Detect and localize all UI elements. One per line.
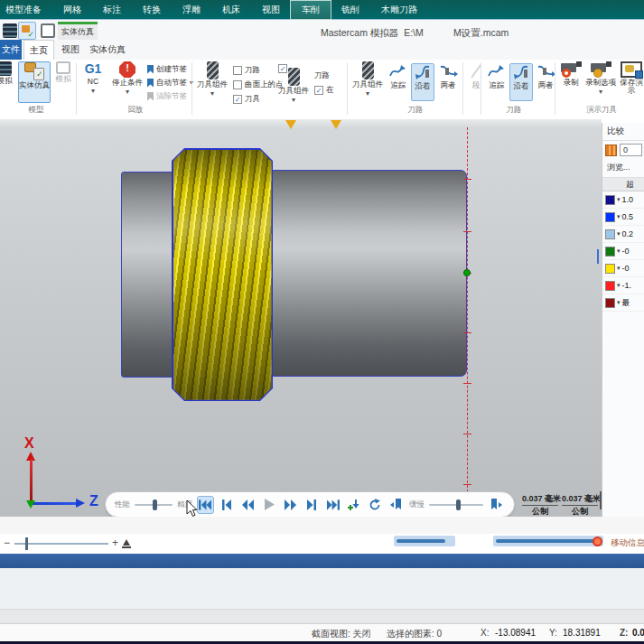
previous-bookmark-button[interactable]: [388, 496, 405, 514]
menu-mesh[interactable]: 网格: [52, 1, 92, 19]
range-end-handle[interactable]: [593, 537, 602, 546]
previous-bookmark-icon: [390, 499, 402, 510]
browse-button[interactable]: 浏览...: [602, 159, 644, 178]
coord-x-value: -13.08941: [495, 628, 536, 638]
step-forward-button[interactable]: [303, 496, 320, 514]
zoom-out-button[interactable]: −: [4, 537, 10, 549]
skip-end-icon: [326, 499, 340, 510]
lower-strip: [0, 610, 644, 623]
g1-icon: G1: [85, 61, 102, 76]
progress-strip: [0, 517, 644, 534]
follow-button[interactable]: 沿着: [411, 63, 434, 101]
compare-panel: 比较 0 浏览... 超 ▾ 1.0 ▾ 0.5 ▾ 0.2 ▾ -0: [602, 123, 644, 517]
color-swatch[interactable]: [605, 298, 615, 308]
toolpath2-label: 刀路: [314, 70, 334, 81]
trace2-button[interactable]: 追踪: [485, 63, 509, 101]
rewind-button[interactable]: [239, 496, 256, 514]
compare-row[interactable]: ▾ 最: [602, 294, 644, 312]
gcode-button[interactable]: G1 NC ▾: [79, 61, 107, 103]
simulation-button[interactable]: 模拟: [52, 61, 74, 103]
demo-group-label: 演示刀具: [574, 105, 629, 116]
color-swatch[interactable]: [605, 264, 615, 274]
simulate-button[interactable]: 模拟: [0, 61, 16, 103]
tool-component3-button[interactable]: 刀具组件 ▾: [350, 61, 385, 103]
at-checkbox[interactable]: ✓在: [314, 85, 334, 96]
compare-row[interactable]: ▾ -0: [602, 260, 644, 277]
fit-icon[interactable]: [123, 539, 130, 546]
gcode-caret-icon: ▾: [91, 87, 95, 95]
color-swatch[interactable]: [605, 247, 615, 257]
menu-machine[interactable]: 机床: [211, 1, 251, 19]
tolerance-input[interactable]: 0: [620, 144, 642, 156]
menu-model-prep[interactable]: 模型准备: [0, 1, 52, 19]
range-bar-2[interactable]: [493, 536, 603, 546]
zoom-handle[interactable]: [25, 537, 28, 550]
loop-icon: [369, 499, 381, 511]
tab-verify[interactable]: 实体仿真: [87, 40, 128, 60]
compare-row[interactable]: ▾ -1.: [602, 277, 644, 294]
segment-button[interactable]: 段: [466, 63, 486, 101]
menu-transform[interactable]: 转换: [132, 1, 172, 19]
both-button[interactable]: 两者: [436, 63, 460, 101]
save-demo-button[interactable]: 保存演示: [618, 61, 644, 103]
tool-component2-button[interactable]: 刀具组件 ▾: [276, 68, 311, 106]
tab-file[interactable]: 文件: [0, 40, 22, 60]
performance-slider[interactable]: [135, 499, 173, 510]
menu-annotate[interactable]: 标注: [92, 1, 132, 19]
add-bookmark-button[interactable]: [346, 496, 362, 514]
step-back-button[interactable]: [219, 496, 235, 514]
record-options-button[interactable]: 录制选项 ▾: [585, 61, 616, 103]
verify-icon: [24, 62, 44, 80]
checkbox-checked-icon: ✓: [314, 86, 323, 95]
skip-to-end-button[interactable]: [324, 496, 341, 514]
coord-x-label: X:: [481, 628, 489, 638]
stop-conditions-button[interactable]: 停止条件 ▾: [110, 61, 145, 103]
record-button[interactable]: 录制: [558, 61, 583, 103]
color-swatch[interactable]: [605, 229, 615, 239]
zoom-track[interactable]: [14, 543, 108, 545]
compare-row[interactable]: ▾ 0.5: [602, 209, 644, 226]
create-bookmark-button[interactable]: 创建节签: [147, 63, 193, 75]
verify-mode-icon[interactable]: ✓: [18, 22, 36, 40]
speed-slider[interactable]: [429, 499, 483, 510]
menu-milling[interactable]: 铣削: [331, 1, 370, 19]
record-options-icon: [590, 61, 611, 78]
compare-row[interactable]: ▾ -0: [602, 243, 644, 260]
next-bookmark-button[interactable]: [488, 496, 504, 514]
verify-button[interactable]: 实体仿真: [18, 61, 51, 103]
zoom-in-button[interactable]: +: [112, 537, 118, 549]
drill-icon: [362, 61, 374, 79]
loop-button[interactable]: [367, 496, 383, 514]
rewind-icon: [241, 499, 255, 510]
distance-readouts: 0.037 毫米 公制 0.037 毫米 公制: [522, 493, 598, 517]
menu-bar: 模型准备 网格 标注 转换 浮雕 机床 视图 车削 铣削 木雕刀路: [0, 0, 644, 20]
range-bar-1[interactable]: [394, 536, 455, 546]
menu-turning[interactable]: 车削: [291, 1, 331, 19]
follow2-button[interactable]: 沿着: [509, 63, 533, 101]
move-info-button[interactable]: 移动信息: [611, 537, 644, 549]
trace-button[interactable]: 追踪: [387, 63, 410, 101]
clear-bookmark-button[interactable]: 清除节签: [147, 90, 193, 102]
menu-wood-toolpath[interactable]: 木雕刀路: [370, 1, 428, 19]
auto-bookmark-button[interactable]: 自动节签 ▾: [147, 77, 193, 89]
menu-view[interactable]: 视图: [251, 1, 291, 19]
compare-row[interactable]: ▾ 0.2: [602, 226, 644, 243]
monitor-icon[interactable]: [41, 23, 55, 38]
menu-relief[interactable]: 浮雕: [172, 1, 211, 19]
bookmark-icon: [147, 65, 154, 74]
save-demo-icon: [621, 61, 642, 78]
tab-home[interactable]: 主页: [23, 40, 54, 60]
color-swatch[interactable]: [605, 212, 615, 222]
tab-view[interactable]: 视图: [56, 40, 85, 60]
fast-forward-button[interactable]: [282, 496, 298, 514]
playback-control-bar: 性能 精度: [105, 491, 515, 517]
layers-icon[interactable]: [3, 23, 17, 38]
color-swatch[interactable]: [605, 281, 615, 291]
color-swatch[interactable]: [605, 195, 615, 205]
window-title: Mastercam 模拟器 E:\M: [321, 27, 424, 40]
skip-to-start-button[interactable]: [197, 496, 214, 514]
viewport-3d[interactable]: X Z 性能 精度: [0, 119, 602, 517]
compare-row[interactable]: ▾ 1.0: [602, 191, 644, 209]
play-button[interactable]: [261, 496, 277, 514]
tool-component-button[interactable]: 刀具组件 ▾: [195, 61, 229, 103]
